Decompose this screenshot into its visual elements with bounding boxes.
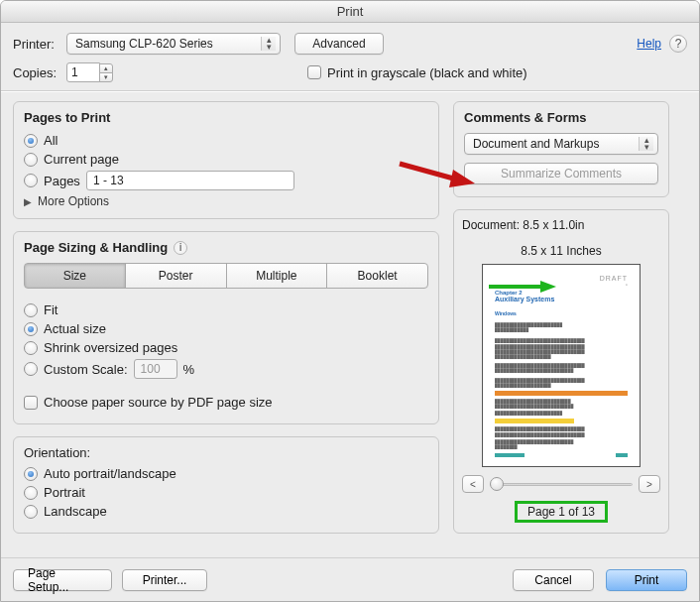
paper-source-option[interactable]: Choose paper source by PDF page size (24, 395, 428, 410)
pages-range-input[interactable]: 1 - 13 (86, 171, 294, 190)
radio-icon (24, 303, 38, 317)
copies-input[interactable]: 1 (66, 62, 100, 82)
svg-marker-1 (540, 281, 556, 293)
printer-select[interactable]: Samsung CLP-620 Series ▴▾ (66, 33, 281, 55)
radio-icon (24, 153, 38, 167)
dialog-footer: Page Setup... Printer... Cancel Print (1, 557, 699, 601)
percent-label: % (183, 362, 195, 377)
help-link[interactable]: Help (637, 37, 661, 51)
printer-button[interactable]: Printer... (122, 569, 207, 591)
radio-icon (24, 134, 38, 148)
svg-marker-3 (449, 170, 475, 187)
more-options-disclosure[interactable]: ▶ More Options (24, 194, 428, 208)
preview-subheading: Windows (495, 310, 628, 316)
orientation-landscape-option[interactable]: Landscape (24, 504, 428, 519)
preview-page: DRAFT ▫ Chapter 2 Auxiliary Systems Wind… (482, 264, 641, 467)
summarize-comments-button[interactable]: Summarize Comments (464, 163, 658, 184)
pages-all-option[interactable]: All (24, 133, 428, 148)
comments-group: Comments & Forms Document and Markups ▴▾… (453, 101, 669, 197)
orientation-auto-option[interactable]: Auto portrait/landscape (24, 466, 428, 481)
preview-next-button[interactable]: > (639, 475, 660, 493)
scale-input[interactable]: 100 (134, 359, 177, 379)
custom-scale-option[interactable]: Custom Scale: 100 % (24, 359, 428, 379)
orientation-title: Orientation: (24, 445, 428, 460)
annotation-red-arrow-icon (396, 160, 475, 189)
radio-icon (24, 467, 38, 481)
printer-label: Printer: (13, 37, 66, 52)
preview-prev-button[interactable]: < (462, 475, 484, 493)
annotation-green-arrow-icon (487, 279, 556, 295)
printer-value: Samsung CLP-620 Series (75, 37, 213, 51)
seg-size[interactable]: Size (24, 263, 126, 289)
grayscale-checkbox[interactable] (307, 65, 321, 79)
pages-title: Pages to Print (24, 110, 428, 125)
radio-icon (24, 322, 38, 336)
page-size-label: 8.5 x 11 Inches (462, 244, 660, 258)
info-icon[interactable]: i (174, 241, 187, 255)
preview-panel: Document: 8.5 x 11.0in 8.5 x 11 Inches D… (453, 209, 669, 534)
print-button[interactable]: Print (606, 569, 687, 591)
pages-current-option[interactable]: Current page (24, 152, 428, 167)
comments-title: Comments & Forms (464, 110, 658, 125)
copies-stepper[interactable]: ▴ ▾ (99, 63, 113, 82)
svg-line-2 (400, 164, 457, 180)
print-dialog: Print Printer: Samsung CLP-620 Series ▴▾… (0, 0, 700, 602)
orientation-group: Orientation: Auto portrait/landscape Por… (13, 436, 439, 534)
sizing-segmented: Size Poster Multiple Booklet (24, 263, 428, 289)
window-title: Print (337, 4, 364, 19)
sizing-title: Page Sizing & Handling (24, 240, 168, 255)
page-setup-button[interactable]: Page Setup... (13, 569, 112, 591)
window-titlebar: Print (1, 1, 699, 23)
disclosure-triangle-icon: ▶ (24, 196, 32, 207)
seg-poster[interactable]: Poster (125, 263, 227, 289)
pages-to-print-group: Pages to Print All Current page Pages (13, 101, 439, 219)
seg-booklet[interactable]: Booklet (326, 263, 428, 289)
radio-icon (24, 486, 38, 500)
orientation-portrait-option[interactable]: Portrait (24, 485, 428, 500)
cancel-button[interactable]: Cancel (513, 569, 594, 591)
radio-icon (24, 505, 38, 519)
document-size-label: Document: 8.5 x 11.0in (462, 218, 660, 232)
seg-multiple[interactable]: Multiple (226, 263, 328, 289)
fit-option[interactable]: Fit (24, 302, 428, 317)
grayscale-label: Print in grayscale (black and white) (327, 65, 527, 80)
sizing-group: Page Sizing & Handling i Size Poster Mul… (13, 231, 439, 424)
radio-icon (24, 174, 38, 187)
radio-icon (24, 362, 38, 376)
comments-select[interactable]: Document and Markups ▴▾ (464, 133, 658, 155)
actual-size-option[interactable]: Actual size (24, 321, 428, 336)
pages-range-option[interactable]: Pages 1 - 13 (24, 171, 428, 190)
copies-label: Copies: (13, 65, 66, 80)
page-indicator: Page 1 of 13 (515, 501, 608, 523)
preview-heading: Auxiliary Systems (495, 296, 628, 302)
advanced-button[interactable]: Advanced (294, 33, 384, 55)
stepper-down-icon[interactable]: ▾ (99, 72, 113, 82)
shrink-option[interactable]: Shrink oversized pages (24, 340, 428, 355)
preview-zoom-slider[interactable] (490, 476, 633, 492)
checkbox-icon (24, 396, 38, 410)
help-icon[interactable]: ? (669, 35, 687, 53)
radio-icon (24, 341, 38, 355)
